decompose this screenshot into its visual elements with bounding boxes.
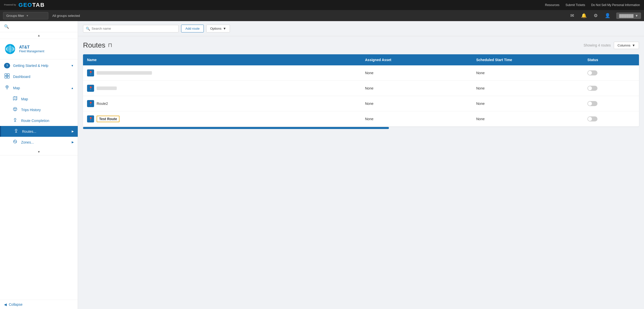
sidebar-item-map-sub[interactable]: Map bbox=[0, 94, 78, 104]
sidebar-item-zones[interactable]: Zones... ▶ bbox=[0, 137, 78, 148]
sidebar-item-getting-started[interactable]: ? Getting Started & Help ▼ bbox=[0, 60, 78, 71]
row1-assigned-asset: None bbox=[361, 65, 472, 81]
att-logo bbox=[4, 43, 16, 55]
sidebar-item-routes[interactable]: Routes... ▶ bbox=[0, 126, 78, 137]
bell-icon-button[interactable]: 🔔 bbox=[580, 12, 588, 19]
sidebar-item-label-dashboard: Dashboard bbox=[13, 75, 30, 79]
route-pin-icon: 📍 bbox=[87, 115, 94, 122]
status-toggle[interactable] bbox=[587, 101, 597, 106]
sidebar-item-label-route-completion: Route Completion bbox=[21, 119, 49, 123]
map-parent-icon bbox=[4, 85, 10, 91]
scroll-up-control: ▲ bbox=[0, 32, 78, 39]
svg-point-14 bbox=[13, 107, 17, 111]
routes-info: Showing 4 routes Columns ▼ bbox=[584, 42, 639, 49]
search-box-icon: 🔍 bbox=[86, 27, 90, 31]
options-button[interactable]: Options ▼ bbox=[206, 25, 230, 32]
routes-header: Routes ⊓ Showing 4 routes Columns ▼ bbox=[83, 41, 639, 49]
table-scroll-bar[interactable] bbox=[83, 127, 389, 129]
sidebar-item-label-map-parent: Map bbox=[13, 86, 20, 90]
brand-sub-text: Fleet Management bbox=[19, 50, 44, 53]
col-status: Status bbox=[583, 54, 639, 65]
status-toggle[interactable] bbox=[587, 116, 597, 121]
content-area: 🔍 Add route Options ▼ Routes ⊓ Showing 4… bbox=[78, 21, 644, 309]
groups-bar-actions: ✉ 🔔 ⚙ 👤 ▓▓▓▓▓▓ ▼ bbox=[569, 12, 641, 19]
content-toolbar: 🔍 Add route Options ▼ bbox=[78, 21, 644, 36]
columns-label: Columns bbox=[618, 43, 630, 47]
row1-status bbox=[583, 65, 639, 81]
collapse-button[interactable]: ◀ Collapse bbox=[0, 300, 78, 309]
scroll-down-button[interactable]: ▼ bbox=[35, 150, 43, 154]
search-name-input[interactable] bbox=[92, 27, 176, 30]
row2-status bbox=[583, 81, 639, 96]
search-box[interactable]: 🔍 bbox=[83, 25, 179, 32]
route-completion-icon bbox=[12, 118, 18, 123]
routes-icon bbox=[13, 128, 19, 134]
row4-status bbox=[583, 111, 639, 127]
table-header: Name Assigned Asset Scheduled Start Time… bbox=[83, 54, 639, 65]
status-toggle[interactable] bbox=[587, 70, 597, 75]
bookmark-icon: ⊓ bbox=[108, 42, 112, 49]
sidebar-brand: AT&T Fleet Management bbox=[0, 39, 78, 59]
user-account-button[interactable]: ▓▓▓▓▓▓ ▼ bbox=[616, 13, 641, 19]
col-name: Name bbox=[83, 54, 361, 65]
help-icon: ? bbox=[4, 63, 10, 68]
sidebar-item-label-map-sub: Map bbox=[21, 97, 28, 101]
svg-point-18 bbox=[15, 129, 17, 131]
sidebar-search-icon: 🔍 bbox=[4, 24, 9, 29]
options-chevron-icon: ▼ bbox=[223, 27, 226, 30]
svg-point-16 bbox=[15, 108, 16, 109]
trips-history-icon bbox=[12, 107, 18, 113]
svg-rect-7 bbox=[5, 76, 7, 78]
resources-link[interactable]: Resources bbox=[545, 3, 559, 7]
col-scheduled-start: Scheduled Start Time bbox=[472, 54, 583, 65]
table-row[interactable]: 📍 Test Route None None bbox=[83, 111, 639, 127]
sidebar-item-label-routes: Routes... bbox=[22, 129, 36, 134]
groups-filter-button[interactable]: Groups filter ▼ bbox=[3, 12, 48, 19]
row2-assigned-asset: None bbox=[361, 81, 472, 96]
route-name-blurred bbox=[97, 86, 117, 90]
submit-tickets-link[interactable]: Submit Tickets bbox=[566, 3, 585, 7]
row1-scheduled-start: None bbox=[472, 65, 583, 81]
table-row[interactable]: 📍 None None bbox=[83, 65, 639, 81]
sidebar-item-map-parent[interactable]: Map ▲ bbox=[0, 82, 78, 94]
showing-count-text: Showing 4 routes bbox=[584, 43, 611, 47]
row4-scheduled-start: None bbox=[472, 111, 583, 127]
gear-icon-button[interactable]: ⚙ bbox=[593, 12, 599, 19]
routes-title: Routes ⊓ bbox=[83, 41, 112, 49]
svg-point-10 bbox=[7, 86, 8, 87]
svg-rect-6 bbox=[7, 74, 9, 76]
map-parent-chevron-icon: ▲ bbox=[71, 86, 74, 90]
sidebar-item-route-completion[interactable]: Route Completion bbox=[0, 115, 78, 126]
svg-rect-8 bbox=[7, 76, 9, 78]
row4-name-cell: 📍 Test Route bbox=[83, 111, 361, 127]
route2-name-text: Route2 bbox=[97, 102, 108, 106]
table-row[interactable]: 📍 None None bbox=[83, 81, 639, 96]
top-nav-links: Resources Submit Tickets Do Not Sell My … bbox=[545, 3, 640, 7]
geotab-logo: Powered by GEOTAB bbox=[4, 2, 45, 8]
row2-scheduled-start: None bbox=[472, 81, 583, 96]
sidebar-item-dashboard[interactable]: Dashboard bbox=[0, 71, 78, 82]
columns-chevron-icon: ▼ bbox=[632, 43, 635, 47]
route-pin-icon: 📍 bbox=[87, 69, 94, 76]
mail-icon-button[interactable]: ✉ bbox=[569, 12, 575, 19]
table-row[interactable]: 📍 Route2 None None bbox=[83, 96, 639, 111]
add-route-button[interactable]: Add route bbox=[181, 25, 204, 32]
brand-name-text: AT&T bbox=[19, 45, 44, 50]
scroll-up-button[interactable]: ▲ bbox=[35, 33, 43, 38]
powered-by-text: Powered by bbox=[4, 4, 16, 6]
row4-assigned-asset: None bbox=[361, 111, 472, 127]
routes-chevron-icon: ▶ bbox=[72, 130, 74, 133]
svg-point-15 bbox=[14, 108, 15, 109]
do-not-sell-link[interactable]: Do Not Sell My Personal Information bbox=[591, 3, 640, 7]
row1-name-cell: 📍 bbox=[83, 65, 361, 81]
sidebar-item-label-trips-history: Trips History bbox=[21, 108, 41, 112]
user-icon-button[interactable]: 👤 bbox=[604, 12, 611, 19]
status-toggle[interactable] bbox=[587, 86, 597, 91]
route-pin-icon: 📍 bbox=[87, 85, 94, 92]
logo-area: Powered by GEOTAB bbox=[4, 2, 45, 8]
sidebar-item-trips-history[interactable]: Trips History bbox=[0, 104, 78, 115]
route-name-blurred bbox=[97, 71, 152, 75]
columns-button[interactable]: Columns ▼ bbox=[614, 42, 639, 49]
top-bar: Powered by GEOTAB Resources Submit Ticke… bbox=[0, 0, 644, 10]
svg-rect-5 bbox=[5, 74, 7, 76]
